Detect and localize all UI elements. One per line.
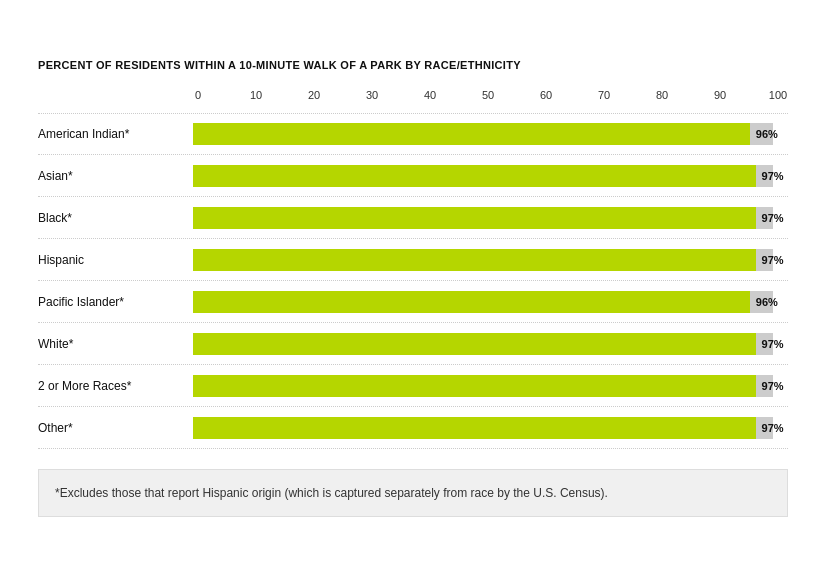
bar-label-1: Asian* bbox=[38, 169, 193, 183]
bar-label-7: Other* bbox=[38, 421, 193, 435]
bar-row: Other*97% bbox=[38, 407, 788, 449]
bar-pct-label-2: 97% bbox=[762, 212, 784, 224]
axis-labels: 0102030405060708090100 bbox=[198, 89, 778, 107]
bar-track-1: 97% bbox=[193, 165, 773, 187]
axis-label-10: 10 bbox=[250, 89, 262, 101]
bar-row: 2 or More Races*97% bbox=[38, 365, 788, 407]
footnote-text: *Excludes those that report Hispanic ori… bbox=[55, 486, 608, 500]
axis-label-90: 90 bbox=[714, 89, 726, 101]
bar-fill-7: 97% bbox=[193, 417, 756, 439]
bar-track-0: 96% bbox=[193, 123, 773, 145]
bar-label-4: Pacific Islander* bbox=[38, 295, 193, 309]
axis-label-50: 50 bbox=[482, 89, 494, 101]
bar-pct-label-7: 97% bbox=[762, 422, 784, 434]
axis-label-100: 100 bbox=[769, 89, 787, 101]
bar-fill-3: 97% bbox=[193, 249, 756, 271]
bar-label-2: Black* bbox=[38, 211, 193, 225]
bar-fill-1: 97% bbox=[193, 165, 756, 187]
bar-label-3: Hispanic bbox=[38, 253, 193, 267]
bar-fill-0: 96% bbox=[193, 123, 750, 145]
bar-track-5: 97% bbox=[193, 333, 773, 355]
footnote-box: *Excludes those that report Hispanic ori… bbox=[38, 469, 788, 517]
bar-track-4: 96% bbox=[193, 291, 773, 313]
bar-row: Black*97% bbox=[38, 197, 788, 239]
bar-row: White*97% bbox=[38, 323, 788, 365]
bar-pct-label-0: 96% bbox=[756, 128, 778, 140]
bar-track-3: 97% bbox=[193, 249, 773, 271]
bar-label-5: White* bbox=[38, 337, 193, 351]
bar-pct-label-4: 96% bbox=[756, 296, 778, 308]
bar-label-0: American Indian* bbox=[38, 127, 193, 141]
axis-label-70: 70 bbox=[598, 89, 610, 101]
chart-container: PERCENT OF RESIDENTS WITHIN A 10-MINUTE … bbox=[18, 29, 808, 537]
axis-label-60: 60 bbox=[540, 89, 552, 101]
axis-label-40: 40 bbox=[424, 89, 436, 101]
bar-label-6: 2 or More Races* bbox=[38, 379, 193, 393]
chart-title: PERCENT OF RESIDENTS WITHIN A 10-MINUTE … bbox=[38, 59, 788, 71]
bar-fill-4: 96% bbox=[193, 291, 750, 313]
axis-label-20: 20 bbox=[308, 89, 320, 101]
bar-fill-5: 97% bbox=[193, 333, 756, 355]
bar-row: American Indian*96% bbox=[38, 113, 788, 155]
chart-area: 0102030405060708090100 American Indian*9… bbox=[38, 89, 788, 449]
axis-label-30: 30 bbox=[366, 89, 378, 101]
bar-track-6: 97% bbox=[193, 375, 773, 397]
bar-row: Pacific Islander*96% bbox=[38, 281, 788, 323]
bar-pct-label-1: 97% bbox=[762, 170, 784, 182]
bar-pct-label-5: 97% bbox=[762, 338, 784, 350]
bar-track-7: 97% bbox=[193, 417, 773, 439]
axis-label-0: 0 bbox=[195, 89, 201, 101]
bar-pct-label-6: 97% bbox=[762, 380, 784, 392]
axis-label-80: 80 bbox=[656, 89, 668, 101]
bar-row: Asian*97% bbox=[38, 155, 788, 197]
bar-fill-2: 97% bbox=[193, 207, 756, 229]
bar-row: Hispanic97% bbox=[38, 239, 788, 281]
axis-row: 0102030405060708090100 bbox=[198, 89, 788, 107]
bar-fill-6: 97% bbox=[193, 375, 756, 397]
bar-pct-label-3: 97% bbox=[762, 254, 784, 266]
bar-track-2: 97% bbox=[193, 207, 773, 229]
bars-section: American Indian*96%Asian*97%Black*97%His… bbox=[38, 113, 788, 449]
